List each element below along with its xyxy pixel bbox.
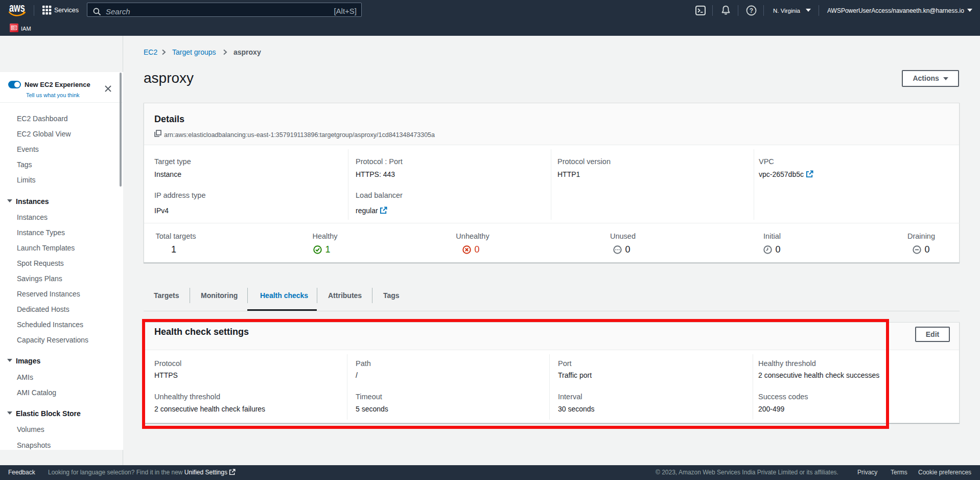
svg-text:aws: aws <box>9 4 25 14</box>
svg-text:?: ? <box>750 7 753 14</box>
